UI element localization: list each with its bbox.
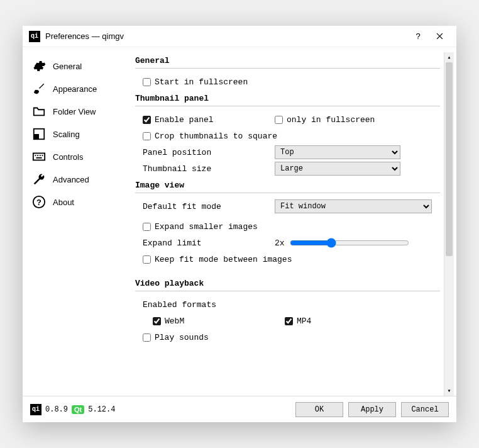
section-imageview-title: Image view <box>135 177 440 193</box>
scroll-down-icon[interactable]: ▾ <box>444 386 454 396</box>
section-thumbnail-title: Thumbnail panel <box>135 90 440 106</box>
sidebar-item-general[interactable]: General <box>28 55 133 77</box>
expand-smaller-checkbox[interactable]: Expand smaller images <box>143 222 258 232</box>
svg-rect-1 <box>34 134 39 139</box>
checkbox-label: WebM <box>165 316 184 326</box>
section-video-title: Video playback <box>135 275 440 291</box>
preferences-window: qi Preferences — qimgv ? General Appeara… <box>23 26 456 422</box>
expand-limit-label: Expand limit <box>143 238 275 248</box>
enable-panel-checkbox[interactable]: Enable panel <box>143 115 214 125</box>
svg-rect-3 <box>35 155 36 156</box>
sidebar-item-folder-view[interactable]: Folder View <box>28 100 133 123</box>
expand-limit-value: 2x <box>275 238 285 248</box>
only-fullscreen-checkbox[interactable]: only in fullscreen <box>275 115 375 125</box>
titlebar: qi Preferences — qimgv ? <box>23 26 456 47</box>
sidebar: General Appearance Folder View Scaling <box>23 47 133 396</box>
checkbox-label: Play sounds <box>155 333 209 342</box>
sidebar-item-label: Advanced <box>53 175 89 184</box>
qt-logo-icon: Qt <box>72 405 84 414</box>
sidebar-item-label: Folder View <box>53 107 96 116</box>
wrench-icon <box>31 172 47 187</box>
cancel-button[interactable]: Cancel <box>401 402 449 417</box>
checkbox-label: only in fullscreen <box>287 115 375 125</box>
section-general-title: General <box>135 52 440 69</box>
scroll-up-icon[interactable]: ▴ <box>444 52 454 62</box>
keep-fit-checkbox[interactable]: Keep fit mode between images <box>143 255 292 264</box>
sidebar-item-label: Scaling <box>53 130 80 139</box>
sidebar-item-appearance[interactable]: Appearance <box>28 77 133 100</box>
sidebar-item-about[interactable]: ? About <box>28 191 133 213</box>
app-logo-icon: qi <box>30 404 41 415</box>
fit-mode-select[interactable]: Fit window <box>275 199 432 213</box>
svg-rect-4 <box>37 155 38 156</box>
scroll-track[interactable] <box>444 62 454 386</box>
checkbox-label: Start in fullscreen <box>155 77 248 87</box>
sidebar-item-label: Appearance <box>53 84 97 94</box>
panel-position-select[interactable]: Top <box>275 145 400 159</box>
close-icon <box>436 33 443 40</box>
ok-button[interactable]: OK <box>295 402 343 417</box>
sidebar-item-advanced[interactable]: Advanced <box>28 168 133 191</box>
svg-rect-7 <box>36 157 41 159</box>
app-icon: qi <box>29 31 40 42</box>
svg-rect-6 <box>42 155 43 156</box>
apply-button[interactable]: Apply <box>348 402 396 417</box>
thumbnail-size-label: Thumbnail size <box>143 164 275 174</box>
keyboard-icon <box>31 149 47 164</box>
sidebar-item-label: About <box>53 198 74 207</box>
play-sounds-checkbox[interactable]: Play sounds <box>143 333 209 342</box>
help-button[interactable]: ? <box>407 27 429 46</box>
scroll-thumb[interactable] <box>446 62 453 256</box>
enabled-formats-label: Enabled formats <box>143 300 216 310</box>
close-button[interactable] <box>429 27 450 46</box>
content-area: General Start in fullscreen Thumbnail pa… <box>133 47 456 396</box>
app-version: 0.8.9 <box>45 405 68 414</box>
checkbox-label: Expand smaller images <box>155 222 258 232</box>
mp4-checkbox[interactable]: MP4 <box>285 316 311 326</box>
help-icon: ? <box>31 194 47 210</box>
sidebar-item-label: Controls <box>53 152 83 162</box>
vertical-scrollbar[interactable]: ▴ ▾ <box>444 52 454 396</box>
checkbox-label: Crop thumbnails to square <box>155 132 277 141</box>
sidebar-item-controls[interactable]: Controls <box>28 145 133 168</box>
brush-icon <box>31 81 47 96</box>
scroll-area: General Start in fullscreen Thumbnail pa… <box>135 52 444 396</box>
checkbox-label: MP4 <box>297 316 311 326</box>
footer: qi 0.8.9 Qt 5.12.4 OK Apply Cancel <box>23 396 456 422</box>
panel-position-label: Panel position <box>143 148 275 157</box>
checkbox-label: Enable panel <box>155 115 214 125</box>
version-info: qi 0.8.9 Qt 5.12.4 <box>30 404 115 415</box>
svg-rect-5 <box>40 155 41 156</box>
scaling-icon <box>31 126 47 142</box>
window-title: Preferences — qimgv <box>45 31 407 41</box>
start-fullscreen-checkbox[interactable]: Start in fullscreen <box>143 77 248 87</box>
expand-limit-slider[interactable] <box>290 238 409 248</box>
svg-text:?: ? <box>36 198 41 207</box>
webm-checkbox[interactable]: WebM <box>153 316 184 326</box>
sidebar-item-scaling[interactable]: Scaling <box>28 123 133 145</box>
fit-mode-label: Default fit mode <box>143 202 275 211</box>
qt-version: 5.12.4 <box>88 405 115 414</box>
svg-rect-2 <box>33 154 45 160</box>
thumbnail-size-select[interactable]: Large <box>275 162 400 176</box>
folder-icon <box>31 104 47 119</box>
crop-thumbnails-checkbox[interactable]: Crop thumbnails to square <box>143 132 277 141</box>
checkbox-label: Keep fit mode between images <box>155 255 292 264</box>
dialog-body: General Appearance Folder View Scaling <box>23 47 456 396</box>
gear-icon <box>31 59 47 74</box>
sidebar-item-label: General <box>53 62 82 71</box>
